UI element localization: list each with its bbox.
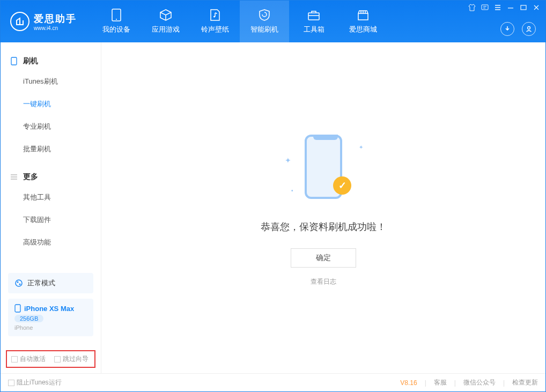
tab-label: 我的设备 [102, 25, 130, 34]
result-message: 恭喜您，保资料刷机成功啦！ [261, 220, 386, 233]
sidebar: 刷机 iTunes刷机 一键刷机 专业刷机 批量刷机 更多 其他工具 下载固件 … [1, 42, 101, 373]
block-itunes-checkbox[interactable]: 阻止iTunes运行 [8, 378, 62, 387]
mode-card[interactable]: 正常模式 [8, 273, 93, 293]
maximize-button[interactable] [520, 4, 527, 11]
flash-options-row: 自动激活 跳过向导 [6, 350, 95, 368]
tab-label: 智能刷机 [250, 25, 278, 34]
sparkle-icon: ✦ [285, 156, 291, 165]
svg-point-8 [16, 280, 22, 286]
mode-label: 正常模式 [27, 278, 55, 288]
auto-activate-label: 自动激活 [20, 355, 46, 363]
device-icon [14, 304, 21, 313]
minimize-button[interactable] [507, 4, 514, 11]
check-update-link[interactable]: 检查更新 [512, 378, 538, 387]
tab-label: 爱思商城 [349, 25, 377, 34]
block-itunes-label: 阻止iTunes运行 [17, 379, 62, 386]
sidebar-item-download-firmware[interactable]: 下载固件 [1, 209, 101, 231]
feedback-icon[interactable] [481, 4, 489, 11]
svg-point-2 [213, 16, 215, 18]
sidebar-item-onekey-flash[interactable]: 一键刷机 [1, 93, 101, 115]
sidebar-item-advanced[interactable]: 高级功能 [1, 231, 101, 254]
logo-area: 爱思助手 www.i4.cn [1, 12, 86, 31]
svg-point-10 [19, 284, 21, 285]
success-illustration: ✦ ✦ • ✓ [281, 129, 366, 204]
group-label: 更多 [23, 172, 38, 182]
statusbar-right: V8.16 | 客服 | 微信公众号 | 检查更新 [400, 378, 538, 387]
music-file-icon [209, 9, 222, 21]
menu-icon[interactable] [494, 4, 501, 11]
sparkle-icon: ✦ [359, 144, 363, 150]
svg-rect-11 [15, 305, 20, 312]
logo-text: 爱思助手 www.i4.cn [34, 12, 77, 31]
sidebar-bottom: 正常模式 iPhone XS Max 256GB iPhone [1, 268, 101, 347]
tab-my-device[interactable]: 我的设备 [92, 1, 141, 42]
titlebar: 爱思助手 www.i4.cn 我的设备 应用游戏 铃声壁纸 智能刷机 [1, 1, 545, 42]
device-card[interactable]: iPhone XS Max 256GB iPhone [8, 299, 93, 336]
sidebar-scroll: 刷机 iTunes刷机 一键刷机 专业刷机 批量刷机 更多 其他工具 下载固件 … [1, 42, 101, 268]
check-badge-icon: ✓ [333, 176, 351, 195]
svg-rect-7 [11, 57, 17, 65]
toolbox-icon [307, 9, 320, 21]
shield-icon [258, 9, 271, 21]
sidebar-item-batch-flash[interactable]: 批量刷机 [1, 138, 101, 160]
logo-icon [10, 12, 29, 31]
ok-button[interactable]: 确定 [291, 248, 356, 268]
sidebar-item-other-tools[interactable]: 其他工具 [1, 186, 101, 209]
svg-point-1 [116, 19, 117, 20]
app-window: 爱思助手 www.i4.cn 我的设备 应用游戏 铃声壁纸 智能刷机 [0, 0, 546, 392]
sidebar-group-flash: 刷机 [1, 52, 101, 70]
statusbar: 阻止iTunes运行 V8.16 | 客服 | 微信公众号 | 检查更新 [1, 373, 545, 391]
sparkle-icon: • [291, 188, 293, 194]
statusbar-left: 阻止iTunes运行 [8, 378, 62, 387]
view-log-link[interactable]: 查看日志 [311, 277, 336, 286]
tab-label: 铃声壁纸 [201, 25, 229, 34]
version-label: V8.16 [400, 379, 417, 387]
user-button[interactable] [522, 22, 536, 36]
tab-ringtone-wallpaper[interactable]: 铃声壁纸 [190, 1, 240, 42]
tab-toolbox[interactable]: 工具箱 [289, 1, 338, 42]
tab-store[interactable]: 爱思商城 [338, 1, 388, 42]
app-name-cn: 爱思助手 [34, 12, 77, 25]
device-storage-badge: 256GB [14, 315, 43, 322]
main-tabs: 我的设备 应用游戏 铃声壁纸 智能刷机 工具箱 爱思商城 [92, 1, 388, 42]
shirt-icon[interactable] [468, 4, 476, 11]
tab-label: 工具箱 [304, 25, 324, 34]
sidebar-item-pro-flash[interactable]: 专业刷机 [1, 115, 101, 138]
svg-point-6 [528, 27, 530, 29]
group-label: 刷机 [23, 56, 38, 66]
app-name-en: www.i4.cn [34, 25, 77, 31]
close-button[interactable] [533, 4, 540, 11]
list-icon [10, 173, 18, 181]
skip-guide-checkbox[interactable]: 跳过向导 [54, 354, 88, 364]
mode-icon [14, 279, 23, 287]
main-content: ✦ ✦ • ✓ 恭喜您，保资料刷机成功啦！ 确定 查看日志 [101, 42, 545, 373]
window-controls [468, 4, 540, 11]
tab-smart-flash[interactable]: 智能刷机 [240, 1, 289, 42]
header-right-icons [500, 22, 536, 36]
download-button[interactable] [500, 22, 514, 36]
device-name: iPhone XS Max [24, 305, 74, 313]
wechat-link[interactable]: 微信公众号 [463, 378, 496, 387]
body-area: 刷机 iTunes刷机 一键刷机 专业刷机 批量刷机 更多 其他工具 下载固件 … [1, 42, 545, 373]
skip-guide-label: 跳过向导 [63, 355, 88, 363]
svg-rect-5 [521, 5, 526, 10]
support-link[interactable]: 客服 [434, 378, 447, 387]
phone-icon [10, 57, 18, 65]
device-icon [110, 9, 123, 21]
auto-activate-checkbox[interactable]: 自动激活 [11, 354, 46, 364]
tab-label: 应用游戏 [152, 25, 180, 34]
device-type: iPhone [14, 324, 33, 331]
tab-apps-games[interactable]: 应用游戏 [141, 1, 190, 42]
svg-rect-4 [482, 5, 488, 10]
sidebar-item-itunes-flash[interactable]: iTunes刷机 [1, 70, 101, 93]
cube-icon [159, 9, 172, 21]
sidebar-group-more: 更多 [1, 168, 101, 186]
svg-point-9 [17, 282, 19, 283]
svg-rect-3 [308, 13, 319, 20]
store-icon [357, 9, 370, 21]
